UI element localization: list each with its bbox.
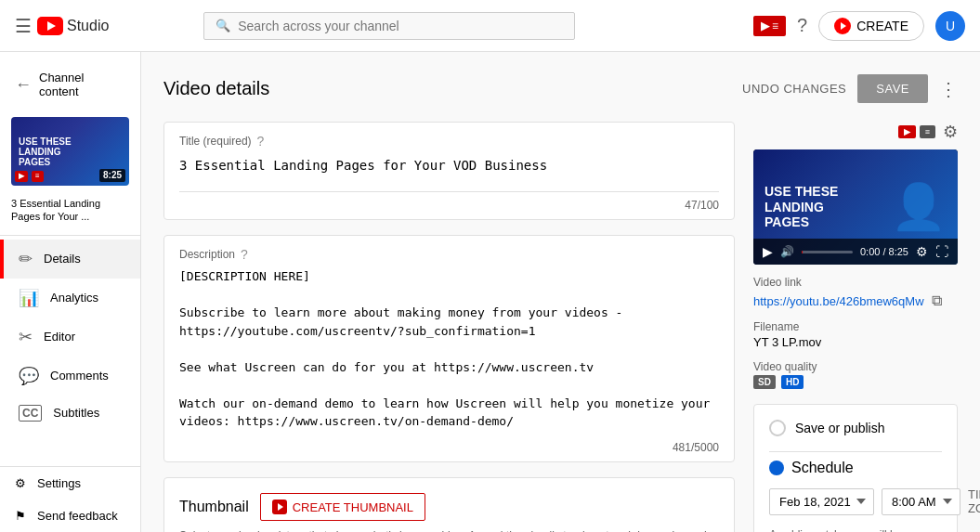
schedule-section: Save or publish Schedule Feb 18, 2021 8 <box>753 404 958 532</box>
title-help-icon[interactable]: ? <box>257 134 265 149</box>
title-section: Title (required) ? 3 Essential Landing P… <box>163 122 735 220</box>
desc-char-count: 481/5000 <box>179 441 719 454</box>
timezone-text: TIME ZONE <box>968 487 980 515</box>
feedback-icon: ⚑ <box>15 509 26 523</box>
preview-text-line3: PAGES <box>764 214 809 229</box>
sidebar-divider <box>0 235 140 236</box>
sidebar-item-details[interactable]: ✏ Details <box>0 240 140 279</box>
title-char-count: 47/100 <box>179 199 719 212</box>
thumbnail-header: Thumbnail CREATE THUMBNAIL <box>179 493 719 521</box>
save-publish-radio[interactable] <box>769 420 786 436</box>
video-link-row: https://youtu.be/426bmew6qMw ⧉ <box>753 292 958 309</box>
sidebar-video-title: 3 Essential Landing Pages for Your ... <box>0 193 140 231</box>
create-thumbnail-button[interactable]: CREATE THUMBNAIL <box>260 493 425 521</box>
sidebar-item-editor[interactable]: ✂ Editor <box>0 318 140 357</box>
page-title: Video details <box>163 78 269 99</box>
description-input[interactable]: [DESCRIPTION HERE] Subscribe to learn mo… <box>179 267 719 435</box>
title-label: Title (required) ? <box>179 134 719 149</box>
settings-icon: ⚙ <box>15 476 26 490</box>
save-button[interactable]: SAVE <box>857 74 928 103</box>
thumbnail-desc: Select or upload a picture that shows wh… <box>179 528 719 532</box>
preview-text-line1: USE THESE <box>764 184 838 199</box>
schedule-label: Schedule <box>791 460 854 476</box>
sidebar-item-subtitles-label: Subtitles <box>53 406 99 420</box>
youtube-logo: Studio <box>37 17 109 35</box>
video-quality-section: Video quality SD HD <box>753 360 958 389</box>
quality-badge-sd: SD <box>753 375 776 389</box>
title-input[interactable]: 3 Essential Landing Pages for Your VOD B… <box>179 154 719 192</box>
search-bar: 🔍 <box>203 12 575 40</box>
save-publish-label: Save or publish <box>795 421 885 435</box>
left-column: Title (required) ? 3 Essential Landing P… <box>163 122 735 532</box>
more-options-button[interactable]: ⋮ <box>939 78 958 100</box>
thumb-duration: 8:25 <box>99 169 125 182</box>
nav-right: ▶ ≡ ? CREATE U <box>753 11 965 41</box>
sidebar-item-subtitles[interactable]: CC Subtitles <box>0 396 140 431</box>
thumb-placeholder: USE THESELANDINGPAGES 8:25 ▶ ≡ <box>11 117 129 186</box>
progress-bar[interactable] <box>802 251 853 253</box>
sidebar-item-feedback[interactable]: ⚑ Send feedback <box>0 500 140 532</box>
undo-changes-button[interactable]: UNDO CHANGES <box>742 82 846 96</box>
settings-label: Settings <box>37 476 81 490</box>
user-avatar[interactable]: U <box>935 11 965 41</box>
sidebar-bottom: ⚙ Settings ⚑ Send feedback <box>0 466 140 532</box>
sidebar-item-settings[interactable]: ⚙ Settings <box>0 467 140 500</box>
yt-create-icon <box>272 500 287 514</box>
quality-label: Video quality <box>753 360 958 373</box>
details-icon: ✏ <box>19 249 33 269</box>
feedback-label: Send feedback <box>37 509 118 523</box>
thumbnail-title: Thumbnail <box>179 499 249 515</box>
search-icon: 🔍 <box>216 19 230 32</box>
sidebar-item-editor-label: Editor <box>44 330 75 344</box>
time-select[interactable]: 8:00 AM <box>882 488 960 515</box>
right-column: ▶ ≡ ⚙ USE THESE LANDING PAGES 👤 <box>753 122 958 532</box>
comments-icon: 💬 <box>19 366 39 386</box>
thumbnail-section: Thumbnail CREATE THUMBNAIL Select or upl… <box>163 477 735 532</box>
sidebar-top: ← Channel content <box>0 59 140 110</box>
help-button[interactable]: ? <box>797 15 807 36</box>
back-button[interactable]: ← <box>15 75 32 95</box>
search-input[interactable] <box>238 19 563 33</box>
yt-right-badge: ▶ <box>898 125 916 138</box>
app-container: ← Channel content USE THESELANDINGPAGES … <box>0 52 980 532</box>
volume-button[interactable]: 🔊 <box>780 245 794 258</box>
sidebar-item-comments-label: Comments <box>50 369 109 383</box>
analytics-icon: 📊 <box>19 288 39 308</box>
quality-badges: SD HD <box>753 375 958 389</box>
settings-right-button[interactable]: ⚙ <box>943 122 958 142</box>
copy-link-button[interactable]: ⧉ <box>932 292 942 309</box>
fullscreen-button[interactable]: ⛶ <box>935 244 948 259</box>
sidebar-video-thumb[interactable]: USE THESELANDINGPAGES 8:25 ▶ ≡ <box>11 117 129 186</box>
filename-section: Filename YT 3 LP.mov <box>753 320 958 349</box>
yt-badge-area: ▶ ≡ <box>753 16 786 36</box>
sidebar-item-analytics[interactable]: 📊 Analytics <box>0 279 140 318</box>
yt-logo-icon <box>37 17 63 35</box>
create-icon <box>834 18 851 34</box>
time-display: 0:00 / 8:25 <box>860 246 908 257</box>
save-publish-row: Save or publish <box>769 420 942 436</box>
channel-label: Channel content <box>39 71 125 98</box>
person-silhouette: 👤 <box>891 180 947 234</box>
sidebar: ← Channel content USE THESELANDINGPAGES … <box>0 52 141 532</box>
create-button[interactable]: CREATE <box>818 11 924 41</box>
thumb-text: USE THESELANDINGPAGES <box>19 136 72 167</box>
subtitles-icon: CC <box>19 405 42 422</box>
schedule-desc: A public watch page will be created. It'… <box>769 526 942 532</box>
video-link-section: Video link https://youtu.be/426bmew6qMw … <box>753 276 958 309</box>
hamburger-button[interactable]: ☰ <box>15 15 32 37</box>
create-thumbnail-label: CREATE THUMBNAIL <box>293 500 413 514</box>
video-settings-button[interactable]: ⚙ <box>916 244 928 259</box>
right-top-icons: ▶ ≡ ⚙ <box>753 122 958 142</box>
main-content: Video details UNDO CHANGES SAVE ⋮ Title … <box>141 52 980 532</box>
preview-text-line2: LANDING <box>764 200 824 214</box>
desc-help-icon[interactable]: ? <box>241 247 248 262</box>
sidebar-item-analytics-label: Analytics <box>50 291 98 305</box>
desc-label: Description ? <box>179 247 719 262</box>
sidebar-item-comments[interactable]: 💬 Comments <box>0 357 140 396</box>
video-link[interactable]: https://youtu.be/426bmew6qMw <box>753 294 924 308</box>
yt-badge: ▶ ≡ <box>761 19 778 32</box>
date-select[interactable]: Feb 18, 2021 <box>769 488 874 515</box>
play-button[interactable]: ▶ <box>763 244 773 259</box>
video-controls: ▶ 🔊 0:00 / 8:25 ⚙ ⛶ <box>753 239 958 265</box>
sidebar-item-details-label: Details <box>44 252 81 266</box>
